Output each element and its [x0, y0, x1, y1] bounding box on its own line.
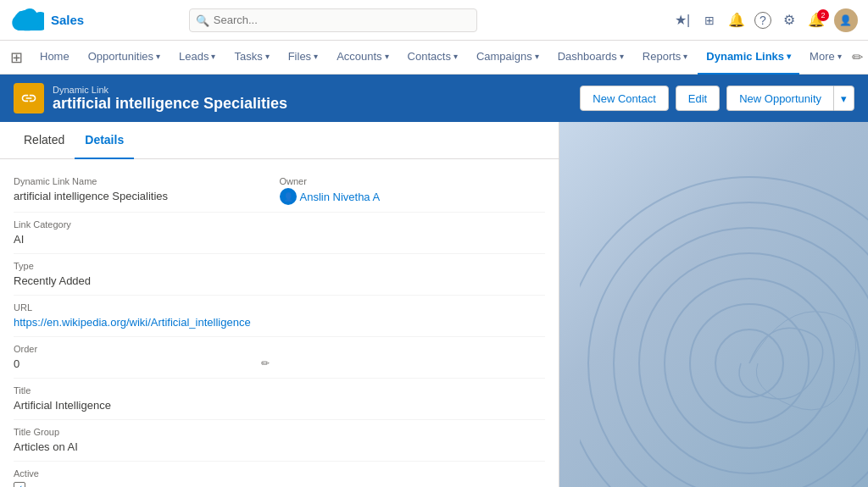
field-link-category: Link Category AI ✏ — [14, 213, 280, 253]
field-active: Active ✓ ✏ — [14, 462, 545, 487]
nav-item-campaigns[interactable]: Campaigns ▾ — [468, 41, 548, 75]
field-value-order: 0 ✏ — [14, 356, 273, 371]
field-empty-5 — [280, 420, 546, 461]
top-icons-group: ★| ⊞ 🔔 ? ⚙ 🔔 2 👤 — [673, 8, 858, 32]
active-checkbox[interactable]: ✓ — [14, 482, 25, 487]
field-title-group: Title Group Articles on AI ✏ — [14, 420, 280, 461]
chevron-down-icon: ▾ — [787, 52, 791, 61]
field-value-active: ✓ ✏ — [14, 480, 538, 487]
field-value-owner: 👤 Anslin Nivetha A — [280, 188, 539, 205]
svg-point-7 — [580, 177, 868, 487]
record-header: Dynamic Link artificial intelligence Spe… — [0, 75, 868, 122]
field-empty-4 — [280, 379, 546, 419]
nav-item-files[interactable]: Files ▾ — [280, 41, 326, 75]
chevron-down-icon: ▾ — [211, 52, 215, 61]
record-header-right: New Contact Edit New Opportunity ▾ — [580, 86, 854, 111]
field-owner: Owner 👤 Anslin Nivetha A — [280, 169, 546, 212]
favorites-icon[interactable]: ★| — [673, 11, 692, 30]
chevron-down-icon: ▾ — [265, 52, 270, 61]
owner-link[interactable]: Anslin Nivetha A — [300, 191, 381, 203]
top-navigation-bar: Sales 🔍 ★| ⊞ 🔔 ? ⚙ 🔔 2 👤 — [0, 0, 868, 41]
app-name: Sales — [51, 13, 84, 27]
chevron-down-icon: ▾ — [314, 52, 318, 61]
svg-point-0 — [14, 9, 41, 30]
waffle-icon[interactable]: ⊞ — [700, 11, 719, 30]
grid-icon[interactable]: ⊞ — [10, 48, 23, 67]
nav-item-tasks[interactable]: Tasks ▾ — [225, 41, 277, 75]
nav-item-dynamic-links[interactable]: Dynamic Links ▾ — [698, 41, 799, 75]
field-label-active: Active — [14, 468, 538, 479]
field-value-link-category: AI ✏ — [14, 231, 273, 246]
new-opportunity-button[interactable]: New Opportunity — [726, 86, 833, 111]
chevron-down-icon: ▾ — [683, 52, 687, 61]
record-icon — [14, 83, 44, 113]
field-empty-1 — [280, 213, 546, 253]
field-label-dynamic-link-name: Dynamic Link Name — [14, 176, 273, 186]
chevron-down-icon: ▾ — [453, 52, 458, 61]
side-panel — [559, 122, 868, 487]
nav-item-dashboards[interactable]: Dashboards ▾ — [549, 41, 632, 75]
search-input[interactable] — [189, 8, 477, 32]
chevron-down-icon: ▾ — [620, 52, 624, 61]
field-value-dynamic-link-name: artificial intelligence Specialities ✏ — [14, 188, 273, 203]
field-value-url: https://en.wikipedia.org/wiki/Artificial… — [14, 314, 538, 329]
url-link[interactable]: https://en.wikipedia.org/wiki/Artificial… — [14, 316, 251, 329]
field-empty-2 — [280, 254, 546, 295]
notification-count: 2 — [817, 9, 829, 21]
nav-item-contacts[interactable]: Contacts ▾ — [399, 41, 466, 75]
edit-nav-icon[interactable]: ✏ — [852, 49, 863, 65]
tabs-bar: Related Details — [0, 122, 559, 159]
field-label-order: Order — [14, 344, 273, 354]
navigation-bar: ⊞ Home Opportunities ▾ Leads ▾ Tasks ▾ F… — [0, 41, 868, 75]
tab-details[interactable]: Details — [75, 122, 134, 159]
nav-item-more[interactable]: More ▾ — [801, 41, 850, 75]
tab-related[interactable]: Related — [14, 122, 75, 159]
fields-container: Dynamic Link Name artificial intelligenc… — [0, 159, 559, 487]
edit-icon[interactable]: ✏ — [261, 357, 270, 369]
field-value-title-group: Articles on AI ✏ — [14, 439, 273, 454]
field-label-title-group: Title Group — [14, 427, 273, 437]
fields-grid: Dynamic Link Name artificial intelligenc… — [14, 169, 545, 487]
record-meta: Dynamic Link artificial intelligence Spe… — [53, 85, 287, 113]
field-value-title: Artificial Intelligence ✏ — [14, 397, 273, 412]
edit-button[interactable]: Edit — [676, 86, 720, 111]
field-value-type: Recently Added ✏ — [14, 273, 273, 288]
setup-icon[interactable]: ⚙ — [780, 11, 798, 30]
field-url: URL https://en.wikipedia.org/wiki/Artifi… — [14, 296, 545, 336]
record-name: artificial intelligence Specialities — [53, 95, 287, 113]
field-title: Title Artificial Intelligence ✏ — [14, 379, 280, 419]
nav-item-opportunities[interactable]: Opportunities ▾ — [80, 41, 169, 75]
record-object-type: Dynamic Link — [53, 85, 287, 95]
field-label-type: Type — [14, 261, 273, 271]
chevron-down-icon: ▾ — [535, 52, 539, 61]
search-icon: 🔍 — [196, 14, 209, 26]
field-dynamic-link-name: Dynamic Link Name artificial intelligenc… — [14, 169, 280, 212]
field-label-title: Title — [14, 385, 273, 396]
record-header-left: Dynamic Link artificial intelligence Spe… — [14, 83, 287, 113]
help-icon[interactable]: ? — [754, 12, 771, 29]
chevron-down-icon: ▾ — [156, 52, 160, 61]
nav-item-accounts[interactable]: Accounts ▾ — [328, 41, 397, 75]
user-avatar-icon[interactable]: 👤 — [834, 8, 858, 32]
field-label-url: URL — [14, 302, 538, 313]
salesforce-logo[interactable] — [10, 3, 44, 37]
main-content: Related Details Dynamic Link Name artifi… — [0, 122, 868, 487]
field-label-owner: Owner — [280, 176, 539, 186]
field-empty-3 — [280, 337, 546, 378]
svg-point-6 — [588, 202, 868, 487]
detail-panel: Related Details Dynamic Link Name artifi… — [0, 122, 559, 487]
new-contact-button[interactable]: New Contact — [580, 86, 668, 111]
decorative-swirl — [580, 152, 868, 487]
search-bar: 🔍 — [189, 8, 477, 32]
chevron-down-icon: ▾ — [837, 52, 842, 61]
owner-avatar: 👤 — [280, 188, 297, 205]
notifications-badge-icon[interactable]: 🔔 2 — [807, 11, 826, 30]
nav-item-home[interactable]: Home — [31, 41, 78, 75]
new-opportunity-dropdown-button[interactable]: ▾ — [833, 86, 854, 111]
field-order: Order 0 ✏ — [14, 337, 280, 378]
nav-item-leads[interactable]: Leads ▾ — [170, 41, 224, 75]
bell-icon[interactable]: 🔔 — [727, 11, 746, 30]
nav-item-reports[interactable]: Reports ▾ — [634, 41, 697, 75]
field-type: Type Recently Added ✏ — [14, 254, 280, 295]
field-label-link-category: Link Category — [14, 219, 273, 230]
